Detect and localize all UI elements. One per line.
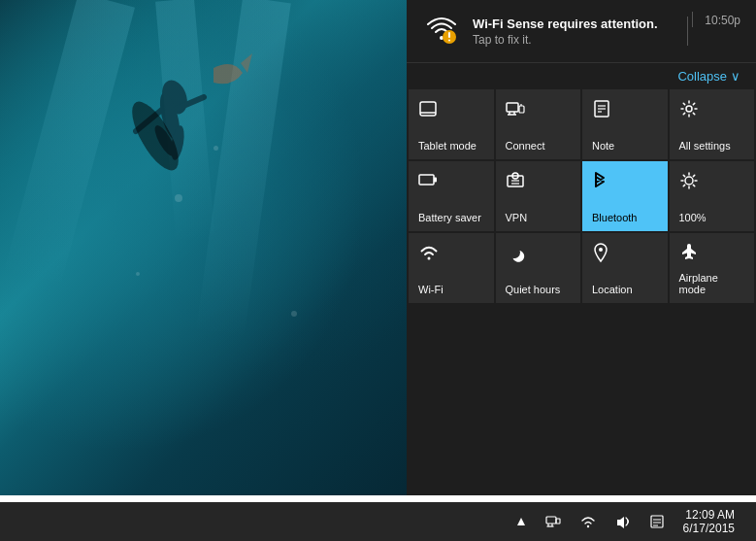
tile-airplane-mode[interactable]: Airplane mode bbox=[670, 233, 755, 303]
bluetooth-icon bbox=[592, 171, 608, 197]
wifi-tile-icon bbox=[418, 243, 440, 265]
tile-wifi[interactable]: Wi-Fi bbox=[409, 233, 494, 303]
collapse-label: Collapse bbox=[677, 69, 727, 84]
connect-label: Connect bbox=[506, 140, 545, 152]
note-label: Note bbox=[592, 140, 614, 152]
notification-text-block: Wi-Fi Sense requires attention. Tap to f… bbox=[473, 17, 683, 47]
airplane-mode-icon bbox=[679, 243, 699, 267]
location-label: Location bbox=[592, 284, 633, 295]
quick-actions-grid: Tablet mode Connect bbox=[407, 89, 756, 303]
airplane-mode-label: Airplane mode bbox=[679, 272, 745, 295]
tile-all-settings[interactable]: All settings bbox=[670, 89, 755, 159]
svg-rect-9 bbox=[448, 40, 450, 42]
brightness-icon bbox=[679, 171, 699, 195]
wifi-tile-label: Wi-Fi bbox=[418, 284, 444, 295]
collapse-row: Collapse ∨ bbox=[407, 63, 756, 89]
tile-location[interactable]: Location bbox=[582, 233, 668, 303]
bluetooth-label: Bluetooth bbox=[592, 212, 637, 223]
wifi-sense-icon bbox=[422, 12, 461, 51]
tile-vpn[interactable]: VPN bbox=[496, 161, 581, 231]
tablet-mode-label: Tablet mode bbox=[418, 140, 477, 152]
svg-rect-24 bbox=[434, 178, 437, 183]
wifi-sense-notification[interactable]: Wi-Fi Sense requires attention. Tap to f… bbox=[407, 0, 756, 63]
clock-time: 12:09 AM bbox=[685, 508, 735, 522]
vpn-icon bbox=[506, 171, 525, 195]
all-settings-icon bbox=[679, 99, 699, 123]
location-icon bbox=[592, 243, 609, 269]
tile-brightness[interactable]: 100% bbox=[670, 161, 755, 231]
tile-quiet-hours[interactable]: Quiet hours bbox=[496, 233, 581, 303]
svg-rect-8 bbox=[448, 32, 450, 38]
tablet-mode-icon bbox=[418, 99, 438, 123]
battery-saver-icon bbox=[418, 171, 438, 191]
taskbar-right: 12:09 AM 6/17/2015 bbox=[509, 506, 756, 537]
clock-area[interactable]: 12:09 AM 6/17/2015 bbox=[675, 506, 742, 537]
svg-point-31 bbox=[599, 248, 603, 252]
svg-point-38 bbox=[586, 525, 588, 527]
tile-bluetooth[interactable]: Bluetooth bbox=[582, 161, 668, 231]
quiet-hours-icon bbox=[506, 243, 525, 267]
wifi-taskbar-icon[interactable] bbox=[573, 509, 604, 534]
action-center-button[interactable] bbox=[642, 509, 672, 534]
note-icon bbox=[592, 99, 611, 123]
vpn-label: VPN bbox=[506, 212, 528, 223]
tile-note[interactable]: Note bbox=[582, 89, 668, 159]
tile-battery-saver[interactable]: Battery saver bbox=[409, 161, 494, 231]
battery-saver-label: Battery saver bbox=[418, 212, 481, 223]
notification-time: 10:50p bbox=[692, 12, 740, 27]
svg-marker-32 bbox=[517, 518, 525, 525]
volume-taskbar-icon[interactable] bbox=[608, 509, 639, 534]
svg-line-2 bbox=[136, 109, 163, 131]
brightness-value: 100% bbox=[679, 212, 707, 223]
devices-taskbar-icon[interactable] bbox=[538, 508, 569, 535]
svg-point-29 bbox=[685, 177, 693, 185]
notification-title: Wi-Fi Sense requires attention. bbox=[473, 17, 683, 31]
svg-point-30 bbox=[428, 257, 431, 260]
quiet-hours-label: Quiet hours bbox=[506, 284, 561, 295]
svg-rect-16 bbox=[519, 106, 524, 113]
svg-point-22 bbox=[686, 106, 692, 112]
show-hidden-icons-button[interactable] bbox=[509, 510, 534, 533]
svg-rect-33 bbox=[546, 517, 556, 524]
notification-subtitle: Tap to fix it. bbox=[473, 33, 683, 47]
taskbar: 12:09 AM 6/17/2015 bbox=[0, 502, 756, 541]
all-settings-label: All settings bbox=[679, 140, 731, 152]
wallpaper bbox=[0, 0, 408, 495]
chevron-down-icon: ∨ bbox=[731, 69, 740, 84]
time-divider bbox=[687, 17, 688, 46]
action-center-panel: Wi-Fi Sense requires attention. Tap to f… bbox=[407, 0, 756, 495]
connect-icon bbox=[506, 99, 525, 123]
notification-area: Wi-Fi Sense requires attention. Tap to f… bbox=[407, 0, 756, 63]
tile-connect[interactable]: Connect bbox=[496, 89, 581, 159]
clock-date: 6/17/2015 bbox=[683, 522, 735, 535]
svg-rect-23 bbox=[419, 175, 434, 185]
svg-rect-12 bbox=[507, 103, 518, 112]
svg-rect-10 bbox=[420, 102, 436, 116]
collapse-button[interactable]: Collapse ∨ bbox=[677, 69, 740, 84]
tile-tablet-mode[interactable]: Tablet mode bbox=[409, 89, 494, 159]
